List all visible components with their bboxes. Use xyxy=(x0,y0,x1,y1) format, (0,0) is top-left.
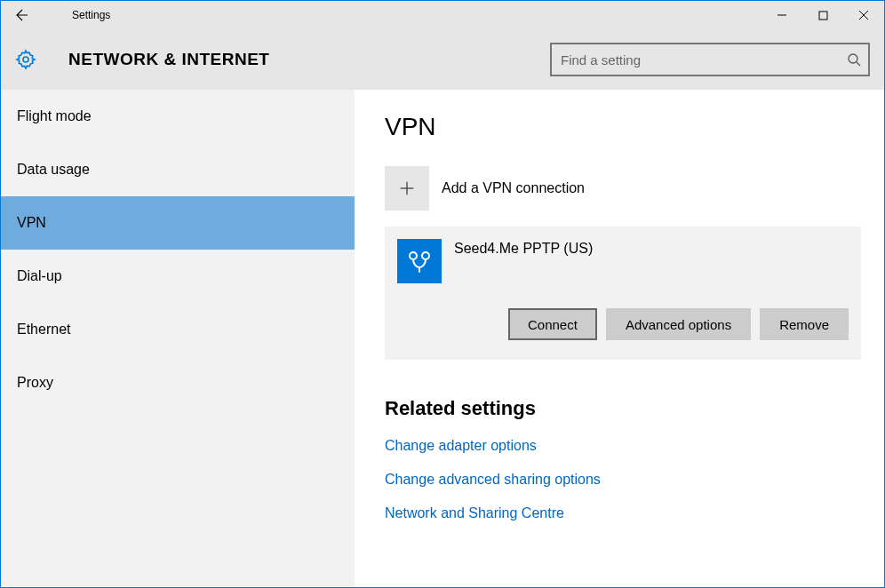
content: VPN Add a VPN connection See xyxy=(355,90,884,587)
back-arrow-icon xyxy=(14,7,30,23)
sidebar-item-label: Flight mode xyxy=(17,108,92,124)
related-settings-heading: Related settings xyxy=(385,397,884,420)
svg-point-10 xyxy=(422,252,429,259)
maximize-icon xyxy=(818,11,828,20)
settings-window: Settings NETWORK & INTERNET xyxy=(0,0,885,588)
search-input[interactable] xyxy=(550,43,870,76)
vpn-icon-tile xyxy=(397,239,442,283)
vpn-icon xyxy=(404,246,435,276)
search-icon xyxy=(847,52,861,67)
sidebar-item-label: Dial-up xyxy=(17,268,62,284)
sidebar-item-ethernet[interactable]: Ethernet xyxy=(1,303,355,356)
sidebar: Flight mode Data usage VPN Dial-up Ether… xyxy=(1,90,355,587)
gear-icon xyxy=(15,49,36,70)
window-title: Settings xyxy=(44,9,110,21)
svg-point-9 xyxy=(410,252,417,259)
advanced-options-button[interactable]: Advanced options xyxy=(606,308,751,340)
link-network-sharing-centre[interactable]: Network and Sharing Centre xyxy=(385,505,564,521)
connect-button[interactable]: Connect xyxy=(508,308,597,340)
svg-point-5 xyxy=(849,54,857,63)
sidebar-item-data-usage[interactable]: Data usage xyxy=(1,143,355,196)
link-change-advanced-sharing[interactable]: Change advanced sharing options xyxy=(385,472,601,488)
minimize-button[interactable] xyxy=(761,1,802,29)
titlebar: Settings xyxy=(1,1,884,29)
sidebar-item-dial-up[interactable]: Dial-up xyxy=(1,250,355,303)
link-change-adapter-options[interactable]: Change adapter options xyxy=(385,438,537,454)
back-button[interactable] xyxy=(1,1,44,29)
header: NETWORK & INTERNET xyxy=(1,29,884,90)
sidebar-item-label: Ethernet xyxy=(17,322,70,338)
vpn-actions: Connect Advanced options Remove xyxy=(397,308,849,340)
close-icon xyxy=(858,10,869,20)
vpn-row[interactable]: Seed4.Me PPTP (US) xyxy=(397,239,849,283)
maximize-button[interactable] xyxy=(802,1,843,29)
plus-tile xyxy=(385,166,429,211)
sidebar-item-vpn[interactable]: VPN xyxy=(1,196,355,250)
header-title: NETWORK & INTERNET xyxy=(68,50,269,69)
close-button[interactable] xyxy=(843,1,884,29)
window-controls xyxy=(761,1,884,29)
sidebar-item-proxy[interactable]: Proxy xyxy=(1,356,355,409)
body: Flight mode Data usage VPN Dial-up Ether… xyxy=(1,90,884,587)
search-wrap xyxy=(550,43,870,76)
add-vpn-row[interactable]: Add a VPN connection xyxy=(385,166,884,211)
svg-line-6 xyxy=(857,62,860,66)
plus-icon xyxy=(397,179,417,198)
sidebar-item-label: Data usage xyxy=(17,162,90,178)
minimize-icon xyxy=(777,10,787,20)
svg-point-4 xyxy=(23,57,28,62)
sidebar-item-label: VPN xyxy=(17,215,46,231)
vpn-connection-name: Seed4.Me PPTP (US) xyxy=(454,239,593,257)
add-vpn-label: Add a VPN connection xyxy=(442,180,585,196)
page-heading: VPN xyxy=(385,113,884,141)
vpn-connection-card: Seed4.Me PPTP (US) Connect Advanced opti… xyxy=(385,226,861,360)
remove-button[interactable]: Remove xyxy=(760,308,849,340)
svg-rect-1 xyxy=(819,12,827,20)
sidebar-item-label: Proxy xyxy=(17,375,53,391)
sidebar-item-flight-mode[interactable]: Flight mode xyxy=(1,90,355,143)
